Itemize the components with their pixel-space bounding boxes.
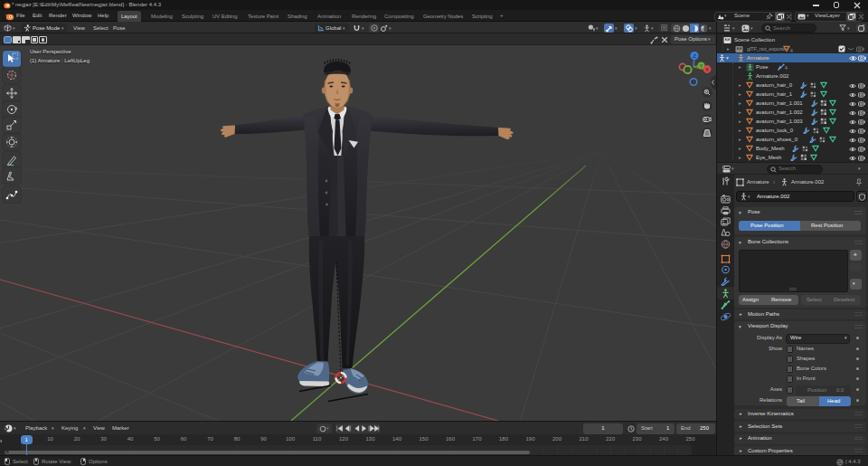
svg-text:X: X bbox=[705, 67, 709, 72]
svg-text:Z: Z bbox=[693, 53, 696, 59]
svg-text:Y: Y bbox=[700, 63, 703, 69]
